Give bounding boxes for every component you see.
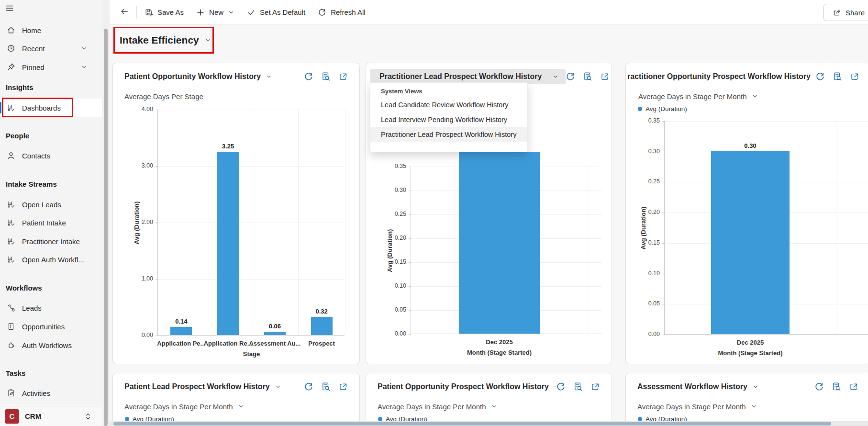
plus-icon <box>196 8 205 17</box>
refresh-icon[interactable] <box>304 382 313 392</box>
bar-prospect[interactable] <box>311 317 333 335</box>
sidebar-item-open-leads[interactable]: Open Leads <box>0 195 102 213</box>
bar-application-pe[interactable] <box>170 327 192 335</box>
back-button[interactable] <box>120 7 129 18</box>
sidebar-item-auth-workflows[interactable]: Auth Workflows <box>0 336 102 354</box>
view-records-icon[interactable] <box>321 72 331 81</box>
hamburger-icon <box>5 4 14 12</box>
sidebar-item-practitioner-intake[interactable]: Practitioner Intake <box>0 232 102 250</box>
chevron-down-icon[interactable] <box>752 383 759 390</box>
gridline <box>588 167 588 334</box>
chevron-down-icon[interactable] <box>275 383 281 390</box>
chevron-down-icon[interactable] <box>491 403 498 410</box>
set-as-default-button[interactable]: Set As Default <box>247 8 305 17</box>
refresh-icon[interactable] <box>815 72 825 81</box>
view-records-icon[interactable] <box>573 382 583 392</box>
tile-title[interactable]: ractitioner Opportunity Prospect Workflo… <box>627 72 811 81</box>
save-as-button[interactable]: Save As <box>145 8 184 17</box>
scrollbar-thumb[interactable] <box>113 422 831 426</box>
refresh-icon[interactable] <box>304 72 313 81</box>
axis-tick <box>156 336 158 336</box>
chevron-down-icon <box>81 64 88 70</box>
checkmark-icon <box>247 8 256 17</box>
view-records-icon[interactable] <box>832 382 841 392</box>
sidebar-item-activities[interactable]: Activities <box>0 384 102 402</box>
refresh-all-button[interactable]: Refresh All <box>318 8 366 17</box>
axis-tick <box>409 262 411 263</box>
dropdown-item-lead-interview-pending-workflow-history[interactable]: Lead Interview Pending Workflow History <box>370 112 527 127</box>
sidebar-item-label: Open Leads <box>22 201 61 209</box>
sidebar-item-recent[interactable]: Recent <box>0 39 102 57</box>
refresh-icon <box>318 8 326 17</box>
popout-icon[interactable] <box>849 382 858 392</box>
chevron-down-icon[interactable] <box>238 403 245 410</box>
dashboard-chart-icon <box>7 200 15 209</box>
sidebar-item-opportunities[interactable]: Opportunities <box>0 317 102 336</box>
bar-assessment-au[interactable] <box>264 332 286 335</box>
popout-icon[interactable] <box>338 72 348 81</box>
sidebar-item-open-auth-workfl[interactable]: Open Auth Workfl... <box>0 250 102 269</box>
tile-title[interactable]: Assessment Workflow History <box>637 382 747 391</box>
sidebar-section-intake-streams: Intake Streams <box>0 175 102 193</box>
tile-assessment-workflow-history: Assessment Workflow History Average Days… <box>625 373 868 426</box>
bar-dec-2025[interactable] <box>459 152 540 334</box>
bar-dec-2025[interactable] <box>711 151 790 334</box>
tile-header: ractitioner Opportunity Prospect Workflo… <box>627 69 857 84</box>
annotation-box-dashboards <box>2 98 73 117</box>
chevron-down-icon[interactable] <box>205 37 211 44</box>
pin-icon <box>7 63 15 71</box>
axis-tick <box>662 213 665 213</box>
axis-tick <box>409 191 411 191</box>
hamburger-menu-button[interactable] <box>5 4 18 16</box>
share-button[interactable]: Share <box>823 4 868 21</box>
chevron-down-icon[interactable] <box>751 403 757 410</box>
sidebar-item-leads[interactable]: Leads <box>0 299 102 317</box>
scrollbar-thumb[interactable] <box>104 29 108 426</box>
sidebar-item-label: Opportunities <box>22 323 65 331</box>
app-switcher[interactable]: C CRM <box>0 406 102 426</box>
chevron-down-icon[interactable] <box>266 73 272 80</box>
refresh-icon[interactable] <box>566 72 575 81</box>
sidebar-section-workflows: Workflows <box>0 279 102 297</box>
dropdown-item-lead-candidate-review-workflow-history[interactable]: Lead Candidate Review Workflow History <box>370 97 527 112</box>
tile-title[interactable]: Patient Lead Prospect Workflow History <box>124 382 270 391</box>
tile-header: Patient Opportunity Workflow History <box>124 69 348 84</box>
sidebar-item-patient-intake[interactable]: Patient Intake <box>0 213 102 232</box>
annotation-box-intake-efficiency: Intake Efficiency <box>113 27 214 54</box>
axis-tick <box>662 243 665 244</box>
dropdown-item-practitioner-lead-prospect-workflow-history[interactable]: Practitioner Lead Prospect Workflow Hist… <box>370 127 527 142</box>
bar-value-label: 3.25 <box>213 143 244 150</box>
sidebar-item-home[interactable]: Home <box>0 21 102 39</box>
tile-title[interactable]: Patient Opportunity Workflow History <box>124 72 261 81</box>
legend-dot <box>638 107 642 111</box>
popout-icon[interactable] <box>590 382 600 392</box>
dashboard-title[interactable]: Intake Efficiency <box>120 34 199 46</box>
chevron-down-icon[interactable] <box>752 93 758 100</box>
sidebar-section-tasks: Tasks <box>0 364 102 382</box>
legend-dot <box>378 417 382 421</box>
view-records-icon[interactable] <box>833 72 842 81</box>
new-button[interactable]: New <box>196 8 234 17</box>
axis-tick <box>662 152 665 152</box>
axis-tick <box>156 110 158 110</box>
sidebar-scrollbar[interactable] <box>102 0 110 426</box>
popout-icon[interactable] <box>338 382 348 392</box>
refresh-icon[interactable] <box>556 382 566 392</box>
sidebar-item-pinned[interactable]: Pinned <box>0 58 102 76</box>
refresh-icon[interactable] <box>814 382 824 392</box>
tile-header: Patient Lead Prospect Workflow History <box>124 379 348 394</box>
bar-application-re[interactable] <box>217 152 239 336</box>
axis-tick <box>662 335 665 335</box>
bar-value-label: 0.14 <box>166 318 197 325</box>
chevron-up-down-icon <box>84 412 92 421</box>
horizontal-scrollbar[interactable] <box>110 421 868 426</box>
tile-title[interactable]: Patient Opportunity Prospect Workflow Hi… <box>378 382 549 391</box>
sidebar-item-contacts[interactable]: Contacts <box>0 146 102 165</box>
popout-icon[interactable] <box>600 72 610 81</box>
popout-icon[interactable] <box>850 72 859 81</box>
view-records-icon[interactable] <box>321 382 331 392</box>
chart-plot-area: 0.001.002.003.004.000.14Application Pe..… <box>157 110 345 336</box>
y-axis-label-text: Avg (Duration) <box>640 206 647 249</box>
axis-tick <box>156 223 158 223</box>
view-records-icon[interactable] <box>583 72 592 81</box>
